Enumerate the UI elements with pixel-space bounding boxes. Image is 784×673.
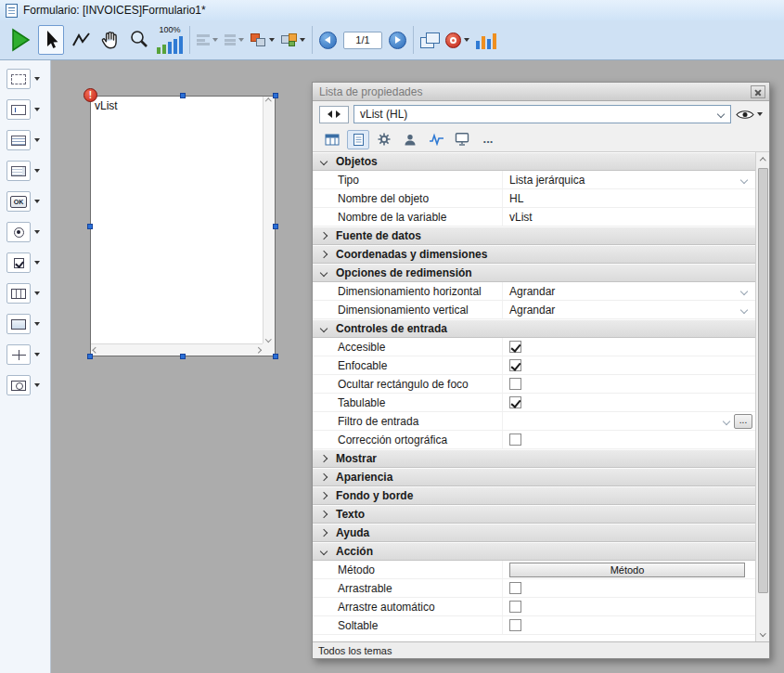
tipo-dropdown[interactable]: Lista jerárquica — [502, 171, 755, 188]
theme-user-button[interactable] — [399, 130, 421, 149]
property-list-titlebar[interactable]: Lista de propiedades — [313, 83, 769, 101]
preview-menu-button[interactable] — [736, 109, 763, 121]
nombre-variable-field[interactable]: vList — [502, 208, 755, 226]
input-tool[interactable] — [6, 97, 50, 122]
object-select-dropdown[interactable]: vList (HL) — [353, 105, 731, 123]
section-mostrar[interactable]: Mostrar — [313, 449, 755, 468]
theme-list-button[interactable] — [321, 130, 343, 149]
duplicate-menu-button[interactable] — [281, 33, 305, 47]
prop-row-tipo: Tipo Lista jerárquica — [313, 171, 755, 189]
selection-handle[interactable] — [180, 354, 186, 359]
next-object-icon — [336, 110, 341, 118]
enfocable-checkbox[interactable] — [509, 359, 521, 371]
button-grid-tool[interactable] — [6, 281, 50, 305]
window-titlebar[interactable]: Formulario: [INVOICES]Formulario1* — [0, 0, 784, 20]
dim-horizontal-dropdown[interactable]: Agrandar — [502, 282, 755, 300]
selection-handle[interactable] — [87, 354, 93, 359]
previous-page-button[interactable] — [319, 32, 337, 49]
page-icon — [353, 133, 365, 147]
scroll-up-button[interactable] — [756, 153, 769, 168]
dim-vertical-dropdown[interactable]: Agrandar — [502, 301, 755, 318]
soltable-checkbox[interactable] — [509, 619, 521, 631]
selection-handle[interactable] — [273, 224, 278, 229]
next-page-button[interactable] — [389, 32, 406, 49]
metodo-button[interactable]: Método — [509, 563, 745, 577]
ocultar-foco-checkbox[interactable] — [509, 378, 521, 390]
checkbox-tool-icon — [6, 252, 31, 273]
selection-handle[interactable] — [273, 93, 278, 98]
object-vertical-scrollbar[interactable] — [263, 97, 275, 343]
tabulable-checkbox[interactable] — [509, 396, 521, 408]
text-area-tool[interactable] — [6, 159, 50, 183]
section-objetos[interactable]: Objetos — [313, 152, 755, 171]
prop-row-ocultar-foco: Ocultar rectángulo de foco — [313, 375, 755, 394]
section-coordenadas[interactable]: Coordenadas y dimensiones — [313, 245, 755, 264]
theme-settings-button[interactable] — [373, 130, 395, 149]
theme-display-button[interactable] — [451, 130, 473, 149]
list-box-tool[interactable] — [6, 128, 50, 152]
select-tool-button[interactable] — [38, 25, 64, 55]
section-label: Apariencia — [336, 471, 392, 484]
zoom-level-control[interactable]: 100% — [157, 26, 183, 54]
object-horizontal-scrollbar[interactable] — [91, 343, 263, 356]
scroll-down-button[interactable] — [756, 626, 769, 641]
ellipsis-icon: ... — [483, 135, 494, 144]
align-menu-button[interactable] — [197, 33, 218, 47]
label-tool[interactable] — [6, 67, 50, 91]
property-list-scrollbar[interactable] — [755, 152, 769, 641]
delete-menu-button[interactable] — [445, 32, 469, 48]
arrow-right-icon — [395, 36, 401, 44]
section-controles-entrada[interactable]: Controles de entrada — [313, 319, 755, 338]
form-window-icon — [6, 4, 18, 18]
section-ayuda[interactable]: Ayuda — [313, 524, 755, 542]
form-canvas[interactable]: vList — [51, 60, 784, 673]
section-apariencia[interactable]: Apariencia — [313, 468, 755, 486]
run-form-button[interactable] — [9, 28, 32, 52]
new-window-button[interactable] — [420, 32, 439, 47]
section-fuente-de-datos[interactable]: Fuente de datos — [313, 226, 755, 245]
nombre-objeto-field[interactable]: HL — [502, 189, 755, 207]
hand-tool-button[interactable] — [99, 29, 122, 51]
checkbox-tool[interactable] — [6, 251, 50, 275]
more-themes-button[interactable]: ... — [477, 130, 499, 149]
pen-tool-button[interactable] — [71, 30, 93, 50]
filtro-entrada-dropdown[interactable]: ... — [502, 412, 755, 430]
scroll-left-icon[interactable] — [93, 347, 98, 353]
hierarchical-list-object[interactable]: vList — [90, 96, 276, 356]
object-nav-buttons[interactable] — [319, 106, 349, 123]
filtro-ellipsis-button[interactable]: ... — [734, 414, 752, 429]
scrollbar-thumb[interactable] — [758, 168, 768, 593]
button-tool[interactable]: OK — [6, 189, 50, 214]
tab-control-tool[interactable] — [6, 373, 50, 397]
arrastre-automatico-checkbox[interactable] — [509, 601, 521, 613]
section-accion[interactable]: Acción — [313, 542, 755, 561]
arrastrable-checkbox[interactable] — [509, 582, 521, 594]
theme-events-button[interactable] — [425, 130, 447, 149]
chevron-right-icon — [320, 251, 328, 258]
correccion-checkbox[interactable] — [509, 434, 521, 446]
chevron-down-icon — [212, 38, 218, 42]
level-menu-button[interactable] — [251, 33, 275, 47]
radio-button-tool[interactable] — [6, 220, 50, 244]
selection-handle[interactable] — [180, 93, 186, 98]
section-fondo-borde[interactable]: Fondo y borde — [313, 486, 755, 505]
chevron-down-icon — [34, 291, 40, 295]
section-redimension[interactable]: Opciones de redimensión — [313, 264, 755, 282]
scroll-right-icon[interactable] — [255, 347, 261, 353]
chevron-down-icon — [238, 38, 244, 42]
selection-handle[interactable] — [87, 224, 93, 229]
zoom-tool-button[interactable] — [128, 29, 150, 51]
selection-handle[interactable] — [273, 354, 278, 359]
accesible-checkbox[interactable] — [509, 341, 521, 353]
section-label: Mostrar — [336, 452, 377, 465]
splitter-tool[interactable] — [6, 343, 50, 367]
property-list-toggle-button[interactable] — [476, 31, 496, 49]
shape-tool[interactable] — [6, 312, 50, 336]
scroll-up-icon[interactable] — [265, 98, 271, 104]
themes-filter[interactable]: Todos los temas — [313, 641, 769, 658]
section-texto[interactable]: Texto — [313, 505, 755, 524]
distribute-menu-button[interactable] — [225, 33, 244, 47]
scroll-down-icon[interactable] — [265, 336, 271, 342]
theme-page-button[interactable] — [347, 130, 369, 149]
close-icon[interactable] — [751, 85, 765, 98]
